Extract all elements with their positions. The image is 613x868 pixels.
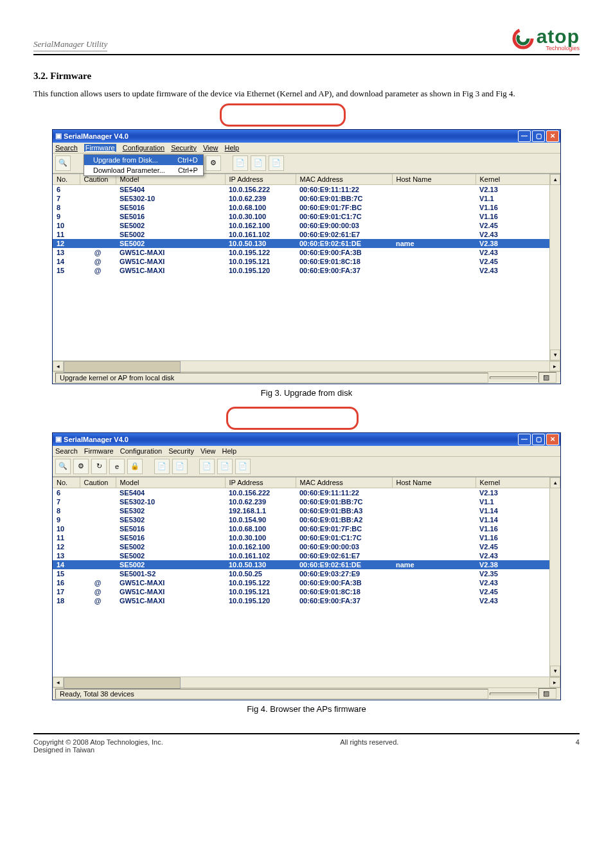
col-caution[interactable]: Caution bbox=[80, 477, 116, 488]
minimize-button[interactable]: — bbox=[518, 434, 531, 445]
table-row[interactable]: 11SE501610.0.30.10000:60:E9:01:C1:7CV1.1… bbox=[53, 533, 560, 542]
col-mac[interactable]: MAC Address bbox=[296, 477, 392, 488]
menu-help[interactable]: Help bbox=[225, 144, 240, 152]
table-row[interactable]: 9SE530210.0.154.9000:60:E9:01:BB:A2V1.14 bbox=[53, 515, 560, 524]
col-ip[interactable]: IP Address bbox=[225, 477, 296, 488]
maximize-button[interactable]: ▢ bbox=[532, 434, 545, 445]
toolbar-btn-1[interactable]: 🔍 bbox=[55, 459, 71, 474]
table-row[interactable]: 8SE5302192.168.1.100:60:E9:01:BB:A3V1.14 bbox=[53, 506, 560, 515]
col-host[interactable]: Host Name bbox=[392, 174, 475, 185]
table-row[interactable]: 14@GW51C-MAXI10.0.195.12100:60:E9:01:8C:… bbox=[53, 257, 560, 266]
table-row[interactable]: 6SE540410.0.156.22200:60:E9:11:11:22V2.1… bbox=[53, 488, 560, 497]
toolbar-btn-10[interactable]: 📄 bbox=[235, 459, 251, 474]
table-row[interactable]: 6SE540410.0.156.22200:60:E9:11:11:22V2.1… bbox=[53, 184, 560, 194]
toolbar-btn-8[interactable]: 📄 bbox=[199, 459, 215, 474]
cell-no: 10 bbox=[53, 221, 80, 230]
scroll-left-icon[interactable]: ◂ bbox=[53, 677, 64, 687]
toolbar-btn-5[interactable]: 🔒 bbox=[127, 459, 143, 474]
scroll-right-icon[interactable]: ▸ bbox=[549, 677, 560, 687]
toolbar-btn-ie[interactable]: e bbox=[109, 459, 125, 474]
scroll-up-icon[interactable]: ▴ bbox=[550, 477, 560, 488]
cell-mac: 00:60:E9:00:00:03 bbox=[296, 221, 392, 230]
col-ip[interactable]: IP Address bbox=[225, 174, 296, 185]
table-row[interactable]: 9SE501610.0.30.10000:60:E9:01:C1:7CV1.16 bbox=[53, 212, 560, 221]
scroll-right-icon[interactable]: ▸ bbox=[549, 361, 560, 371]
close-button[interactable]: ✕ bbox=[546, 130, 559, 142]
menu-search[interactable]: Search bbox=[55, 447, 78, 455]
resize-grip-icon[interactable]: ▨ bbox=[538, 372, 556, 383]
table-row[interactable]: 11SE500210.0.161.10200:60:E9:02:61:E7V2.… bbox=[53, 230, 560, 239]
table-row[interactable]: 16@GW51C-MAXI10.0.195.12200:60:E9:00:FA:… bbox=[53, 578, 560, 587]
minimize-button[interactable]: — bbox=[518, 130, 531, 142]
vertical-scrollbar[interactable]: ▴ ▾ bbox=[549, 477, 560, 677]
menu-view[interactable]: View bbox=[200, 447, 216, 455]
cell-model: SE5302 bbox=[116, 515, 225, 524]
menu-security[interactable]: Security bbox=[168, 447, 194, 455]
menu-firmware[interactable]: Firmware bbox=[84, 144, 116, 152]
maximize-button[interactable]: ▢ bbox=[532, 130, 545, 142]
menu-configuration[interactable]: Configuration bbox=[120, 447, 162, 455]
toolbar-btn-2[interactable]: ⚙ bbox=[73, 459, 89, 474]
menu-item-upgrade[interactable]: Upgrade from Disk...Ctrl+D bbox=[84, 155, 203, 165]
cell-no: 12 bbox=[53, 542, 80, 551]
scroll-thumb[interactable] bbox=[64, 361, 181, 373]
menu-view[interactable]: View bbox=[203, 144, 218, 152]
toolbar-btn-b[interactable]: 📄 bbox=[251, 155, 266, 171]
table-row[interactable]: 15@GW51C-MAXI10.0.195.12000:60:E9:00:FA:… bbox=[53, 266, 560, 275]
cell-ip: 10.0.50.130 bbox=[225, 560, 296, 569]
table-row[interactable]: 15SE5001-S210.0.50.2500:60:E9:03:27:E9V2… bbox=[53, 569, 560, 578]
menu-security[interactable]: Security bbox=[171, 144, 197, 152]
col-no[interactable]: No. bbox=[53, 477, 80, 488]
scroll-thumb[interactable] bbox=[64, 677, 181, 689]
toolbar-btn-7[interactable]: 📄 bbox=[172, 459, 188, 474]
menu-item-download-parameter[interactable]: Download Parameter...Ctrl+P bbox=[84, 165, 203, 175]
toolbar-btn-9[interactable]: 📄 bbox=[217, 459, 233, 474]
table-row[interactable]: 17@GW51C-MAXI10.0.195.12100:60:E9:01:8C:… bbox=[53, 587, 560, 596]
table-row[interactable]: 10SE500210.0.162.10000:60:E9:00:00:03V2.… bbox=[53, 221, 560, 230]
cell-no: 8 bbox=[53, 203, 80, 212]
scroll-down-icon[interactable]: ▾ bbox=[550, 666, 560, 677]
menu-firmware[interactable]: Firmware bbox=[84, 447, 114, 455]
table-row[interactable]: 10SE501610.0.68.10000:60:E9:01:7F:BCV1.1… bbox=[53, 524, 560, 533]
cell-caution bbox=[80, 230, 116, 239]
table-row[interactable]: 18@GW51C-MAXI10.0.195.12000:60:E9:00:FA:… bbox=[53, 596, 560, 605]
cell-host bbox=[392, 506, 475, 515]
titlebar[interactable]: ▣ SerialManager V4.0 — ▢ ✕ bbox=[53, 433, 560, 446]
table-row[interactable]: 7SE5302-1010.0.62.23900:60:E9:01:BB:7CV1… bbox=[53, 497, 560, 506]
menu-configuration[interactable]: Configuration bbox=[123, 144, 164, 152]
toolbar-btn-3[interactable]: ↻ bbox=[91, 459, 107, 474]
resize-grip-icon[interactable]: ▨ bbox=[538, 688, 556, 699]
horizontal-scrollbar[interactable]: ◂ ▸ bbox=[53, 360, 560, 371]
col-no[interactable]: No. bbox=[53, 174, 80, 185]
toolbar-btn-1[interactable]: 🔍 bbox=[55, 155, 71, 171]
col-kernel[interactable]: Kernel▲ bbox=[475, 174, 560, 185]
table-row[interactable]: 12SE500210.0.50.13000:60:E9:02:61:DEname… bbox=[53, 239, 560, 248]
table-row[interactable]: 13@GW51C-MAXI10.0.195.12200:60:E9:00:FA:… bbox=[53, 248, 560, 257]
menu-search[interactable]: Search bbox=[55, 144, 78, 152]
table-row[interactable]: 8SE501610.0.68.10000:60:E9:01:7F:BCV1.16 bbox=[53, 203, 560, 212]
cell-ip: 10.0.68.100 bbox=[225, 203, 296, 212]
vertical-scrollbar[interactable]: ▴ ▾ bbox=[549, 174, 560, 360]
close-button[interactable]: ✕ bbox=[546, 434, 559, 445]
cell-caution: @ bbox=[80, 248, 116, 257]
toolbar-btn-6[interactable]: 📄 bbox=[154, 459, 170, 474]
col-model[interactable]: Model bbox=[116, 477, 225, 488]
horizontal-scrollbar[interactable]: ◂ ▸ bbox=[53, 677, 560, 687]
titlebar[interactable]: ▣ SerialManager V4.0 — ▢ ✕ bbox=[53, 130, 560, 143]
col-host[interactable]: Host Name bbox=[392, 477, 475, 488]
menu-help[interactable]: Help bbox=[222, 447, 237, 455]
toolbar-btn-c[interactable]: 📄 bbox=[269, 155, 284, 171]
col-kernel[interactable]: Kernel▲ bbox=[475, 477, 560, 488]
table-row[interactable]: 12SE500210.0.162.10000:60:E9:00:00:03V2.… bbox=[53, 542, 560, 551]
table-row[interactable]: 7SE5302-1010.0.62.23900:60:E9:01:BB:7CV1… bbox=[53, 194, 560, 203]
table-row[interactable]: 14SE500210.0.50.13000:60:E9:02:61:DEname… bbox=[53, 560, 560, 569]
window-title: SerialManager V4.0 bbox=[64, 132, 129, 140]
table-row[interactable]: 13SE500210.0.161.10200:60:E9:02:61:E7V2.… bbox=[53, 551, 560, 560]
cell-mac: 00:60:E9:02:61:DE bbox=[296, 239, 392, 248]
toolbar-btn-a[interactable]: 📄 bbox=[233, 155, 248, 171]
scroll-down-icon[interactable]: ▾ bbox=[550, 350, 560, 360]
toolbar-btn-net[interactable]: ⚙ bbox=[206, 155, 221, 171]
scroll-up-icon[interactable]: ▴ bbox=[550, 174, 560, 185]
scroll-left-icon[interactable]: ◂ bbox=[53, 361, 64, 371]
col-mac[interactable]: MAC Address bbox=[296, 174, 392, 185]
